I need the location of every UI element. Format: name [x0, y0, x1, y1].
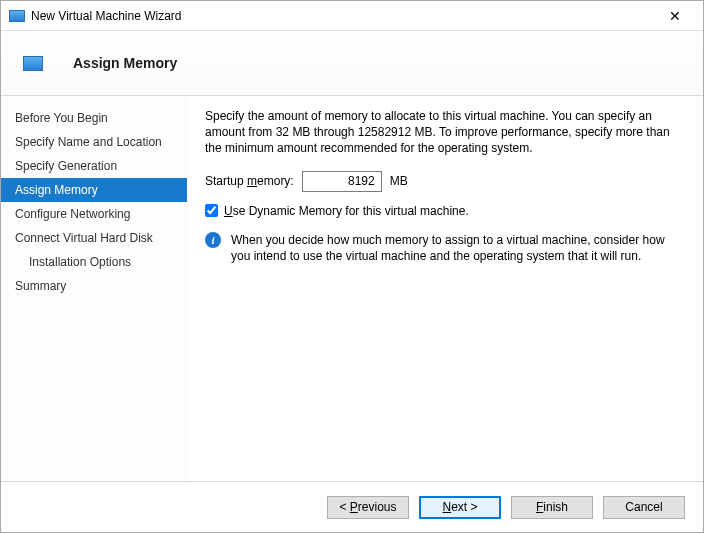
wizard-window: New Virtual Machine Wizard ✕ Assign Memo…: [0, 0, 704, 533]
dynamic-memory-checkbox[interactable]: [205, 204, 218, 217]
startup-memory-unit: MB: [390, 174, 408, 188]
sidebar-item-summary[interactable]: Summary: [1, 274, 187, 298]
sidebar-item-connect-vhd[interactable]: Connect Virtual Hard Disk: [1, 226, 187, 250]
finish-button[interactable]: Finish: [511, 496, 593, 519]
sidebar: Before You Begin Specify Name and Locati…: [1, 96, 187, 481]
sidebar-item-specify-generation[interactable]: Specify Generation: [1, 154, 187, 178]
startup-memory-input[interactable]: [302, 171, 382, 192]
startup-memory-row: Startup memory: MB: [205, 171, 685, 192]
footer: < Previous Next > Finish Cancel: [1, 482, 703, 532]
sidebar-item-assign-memory[interactable]: Assign Memory: [1, 178, 187, 202]
page-title: Assign Memory: [73, 55, 177, 71]
vm-icon: [9, 10, 25, 22]
vm-icon: [23, 56, 43, 71]
wizard-header: Assign Memory: [1, 31, 703, 96]
sidebar-item-installation-options[interactable]: Installation Options: [1, 250, 187, 274]
sidebar-item-specify-name[interactable]: Specify Name and Location: [1, 130, 187, 154]
next-button[interactable]: Next >: [419, 496, 501, 519]
wizard-body: Before You Begin Specify Name and Locati…: [1, 96, 703, 482]
description-text: Specify the amount of memory to allocate…: [205, 108, 685, 157]
cancel-button[interactable]: Cancel: [603, 496, 685, 519]
content-pane: Specify the amount of memory to allocate…: [187, 96, 703, 481]
dynamic-memory-label[interactable]: Use Dynamic Memory for this virtual mach…: [224, 204, 469, 218]
window-title: New Virtual Machine Wizard: [31, 9, 655, 23]
startup-memory-label: Startup memory:: [205, 174, 294, 188]
info-icon: i: [205, 232, 221, 248]
info-text: When you decide how much memory to assig…: [231, 232, 685, 264]
dynamic-memory-row: Use Dynamic Memory for this virtual mach…: [205, 204, 685, 218]
titlebar: New Virtual Machine Wizard ✕: [1, 1, 703, 31]
previous-button[interactable]: < Previous: [327, 496, 409, 519]
close-icon[interactable]: ✕: [655, 8, 695, 24]
info-row: i When you decide how much memory to ass…: [205, 232, 685, 264]
sidebar-item-before-you-begin[interactable]: Before You Begin: [1, 106, 187, 130]
sidebar-item-configure-networking[interactable]: Configure Networking: [1, 202, 187, 226]
